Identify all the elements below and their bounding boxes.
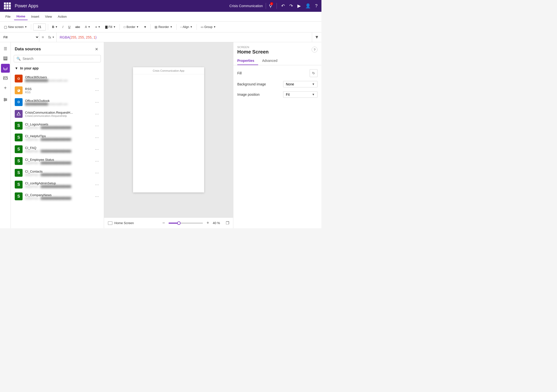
fullscreen-button[interactable]: ❐: [226, 221, 229, 225]
font-color-button[interactable]: A▼: [83, 24, 92, 30]
more-options-button[interactable]: ⋯: [94, 122, 100, 129]
more-options-button[interactable]: ⋯: [94, 193, 100, 200]
help-icon[interactable]: ?: [315, 3, 318, 9]
more-options-button[interactable]: ⋯: [94, 99, 100, 106]
properties-panel: SCREEN Home Screen ? Properties Advanced…: [233, 42, 321, 228]
list-item[interactable]: S CI_LogosAssets SharePoint · ██████████…: [11, 120, 104, 132]
zoom-out-button[interactable]: −: [161, 220, 167, 226]
close-button[interactable]: ✕: [93, 46, 100, 53]
image-position-value: Fit: [286, 93, 290, 96]
strikethrough-button[interactable]: abc: [73, 24, 82, 30]
list-item[interactable]: S CI_CompanyNews SharePoint · ██████████…: [11, 190, 104, 202]
list-item[interactable]: CrisisCommunication.RequestH... CrisisCo…: [11, 108, 104, 120]
search-input[interactable]: [23, 57, 98, 61]
chevron-down-icon7: ▼: [170, 26, 172, 28]
align-pos-button[interactable]: ▫ Align ▼: [179, 24, 195, 30]
formula-dropdown-button[interactable]: ▼: [312, 32, 321, 42]
more-options-button[interactable]: ⋯: [94, 111, 100, 117]
toolbar-divider2: [48, 24, 48, 30]
new-screen-button[interactable]: ▢ New screen ▼: [2, 24, 29, 30]
more-options-button[interactable]: ⋯: [94, 134, 100, 141]
more-options-button[interactable]: ⋯: [94, 87, 100, 94]
list-item[interactable]: S CI_HelpfulTips SharePoint · ██████████…: [11, 132, 104, 143]
layers-icon[interactable]: [1, 54, 10, 63]
list-item[interactable]: S CI_Contacts SharePoint · █████████████…: [11, 167, 104, 179]
list-item[interactable]: S CI_Employee Status SharePoint · ██████…: [11, 155, 104, 167]
screen-name: Home Screen: [237, 49, 269, 55]
image-position-dropdown[interactable]: Fit ▼: [283, 91, 318, 98]
controls-icon[interactable]: [1, 95, 10, 104]
chevron-down-icon: ▼: [312, 82, 315, 86]
screen-thumb-icon: [108, 221, 112, 225]
zoom-thumb[interactable]: [177, 221, 181, 225]
more-options-button[interactable]: ⋯: [94, 181, 100, 188]
more-dropdown[interactable]: ▼: [142, 24, 148, 30]
app-frame-content: [133, 74, 204, 192]
rss-icon: ◕: [15, 86, 23, 94]
tab-properties[interactable]: Properties: [237, 57, 258, 65]
menu-view[interactable]: View: [43, 13, 54, 20]
toolbar-divider4: [150, 24, 151, 30]
list-item[interactable]: O Office365Users ████████████onmicrosoft…: [11, 73, 104, 84]
fill-button[interactable]: ▇ Fill ▼: [103, 24, 118, 30]
data-item-name: CI_LogosAssets: [25, 122, 92, 126]
menu-insert[interactable]: Insert: [29, 13, 42, 20]
slash-button[interactable]: /: [61, 24, 65, 30]
more-options-button[interactable]: ⋯: [94, 158, 100, 164]
reorder-button[interactable]: ▤ Reorder ▼: [153, 24, 174, 30]
data-item-info: CI_CompanyNews SharePoint · ████████████…: [25, 193, 92, 200]
zoom-percent: 40 %: [213, 221, 224, 225]
screen-icon: ▢: [4, 25, 7, 29]
user-icon[interactable]: 👤: [305, 3, 311, 9]
svg-point-9: [4, 98, 5, 99]
formula-property-select[interactable]: Fill: [0, 32, 39, 42]
group-button[interactable]: ▭ Group ▼: [199, 24, 218, 30]
sharepoint-icon: S: [15, 169, 23, 177]
waffle-icon[interactable]: [4, 2, 11, 9]
fill-icon: ▇: [105, 25, 107, 29]
menu-toggle-icon[interactable]: ☰: [1, 44, 10, 53]
data-item-name: RSS: [25, 87, 92, 91]
align-button[interactable]: ≡▼: [93, 24, 102, 30]
menu-home[interactable]: Home: [14, 13, 28, 20]
bold-button[interactable]: B▼: [50, 24, 60, 30]
play-icon[interactable]: ▶: [297, 3, 301, 9]
menu-action[interactable]: Action: [55, 13, 69, 20]
screen-section-label: SCREEN: [237, 46, 269, 49]
zoom-slider[interactable]: [169, 223, 203, 224]
more-options-button[interactable]: ⋯: [94, 75, 100, 82]
list-item[interactable]: S CI_configAdminSetup SharePoint · █████…: [11, 179, 104, 190]
list-item[interactable]: O Office365Outlook ████████████onmicroso…: [11, 96, 104, 108]
zoom-in-button[interactable]: +: [205, 220, 211, 226]
data-sources-icon[interactable]: [1, 64, 10, 73]
formula-fx-button[interactable]: fx ▼: [46, 32, 57, 42]
formula-bar: Fill = fx ▼ RGBA(255, 255, 255, 1) ▼: [0, 32, 321, 42]
fill-label: Fill: [237, 71, 310, 75]
top-bar: Power Apps Crisis Communication ⚲ 1 ↶ ↷ …: [0, 0, 321, 12]
in-your-app-section[interactable]: ▼ In your app: [11, 65, 104, 72]
stethoscope-icon[interactable]: ⚲ 1: [269, 3, 272, 9]
list-item[interactable]: ◕ RSS RSS ⋯: [11, 84, 104, 96]
list-item[interactable]: S CI_FAQ SharePoint · ████████████████ ⋯: [11, 143, 104, 155]
help-button[interactable]: ?: [312, 47, 318, 53]
border-button[interactable]: □ Border ▼: [122, 24, 141, 30]
formula-input[interactable]: RGBA(255, 255, 255, 1): [57, 35, 312, 39]
underline-button[interactable]: U: [66, 24, 72, 30]
tab-advanced[interactable]: Advanced: [262, 57, 281, 65]
search-box[interactable]: 🔍: [14, 55, 101, 62]
more-options-button[interactable]: ⋯: [94, 146, 100, 153]
media-icon[interactable]: [1, 74, 10, 82]
undo-icon[interactable]: ↶: [281, 3, 285, 9]
font-size-input[interactable]: [33, 24, 46, 30]
data-item-info: CI_HelpfulTips SharePoint · ████████████…: [25, 134, 92, 141]
notification-badge: 1: [270, 2, 273, 5]
menu-file[interactable]: File: [3, 13, 13, 20]
canvas-workspace[interactable]: Crisis Communication App: [104, 42, 233, 217]
redo-icon[interactable]: ↷: [289, 3, 293, 9]
background-image-dropdown[interactable]: None ▼: [283, 81, 318, 87]
screen-thumbnail[interactable]: Home Screen: [108, 221, 134, 225]
data-item-sub: SharePoint · ████████████████: [25, 126, 92, 129]
add-icon[interactable]: +: [1, 83, 10, 92]
fill-reset-button[interactable]: ↻: [310, 69, 318, 77]
more-options-button[interactable]: ⋯: [94, 170, 100, 176]
